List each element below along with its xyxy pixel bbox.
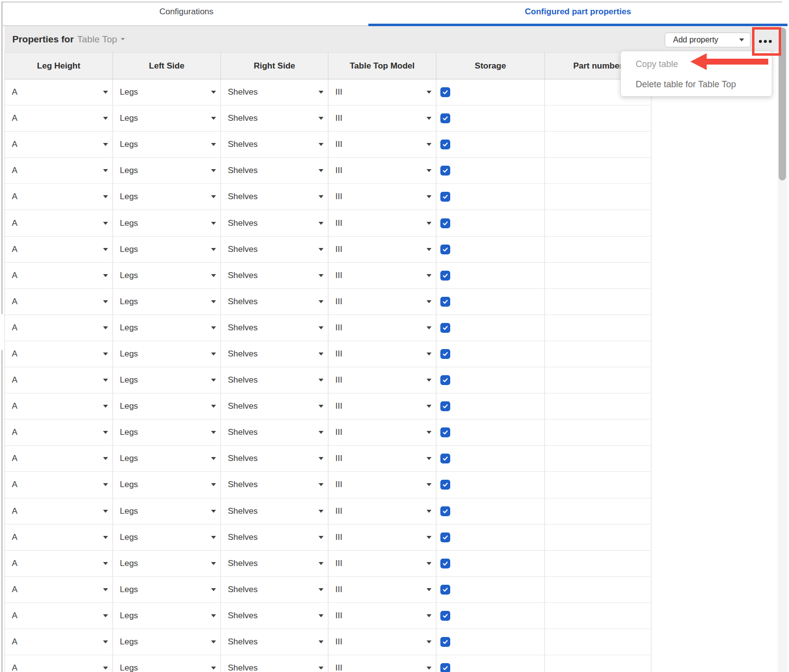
left-side-dropdown[interactable]: Legs bbox=[113, 393, 220, 419]
leg-height-dropdown[interactable]: A bbox=[5, 420, 112, 445]
table-top-model-dropdown[interactable]: III bbox=[328, 655, 436, 672]
storage-checkbox[interactable] bbox=[440, 87, 450, 97]
right-side-dropdown[interactable]: Shelves bbox=[221, 577, 328, 602]
left-side-dropdown[interactable]: Legs bbox=[113, 158, 220, 183]
storage-checkbox[interactable] bbox=[440, 375, 450, 385]
leg-height-dropdown[interactable]: A bbox=[5, 158, 112, 183]
leg-height-dropdown[interactable]: A bbox=[5, 341, 112, 367]
storage-checkbox[interactable] bbox=[440, 454, 450, 463]
right-side-dropdown[interactable]: Shelves bbox=[221, 184, 328, 210]
left-side-dropdown[interactable]: Legs bbox=[113, 603, 220, 629]
left-side-dropdown[interactable]: Legs bbox=[113, 446, 220, 471]
storage-checkbox[interactable] bbox=[440, 166, 450, 176]
storage-checkbox[interactable] bbox=[440, 663, 450, 672]
menu-item-copy-table[interactable]: Copy table bbox=[621, 54, 772, 74]
leg-height-dropdown[interactable]: A bbox=[5, 237, 112, 262]
leg-height-dropdown[interactable]: A bbox=[5, 210, 112, 236]
leg-height-dropdown[interactable]: A bbox=[5, 393, 112, 419]
storage-checkbox[interactable] bbox=[440, 271, 450, 281]
left-side-dropdown[interactable]: Legs bbox=[113, 132, 220, 157]
table-top-model-dropdown[interactable]: III bbox=[328, 341, 436, 367]
leg-height-dropdown[interactable]: A bbox=[5, 629, 112, 655]
ellipsis-button[interactable] bbox=[755, 32, 775, 51]
leg-height-dropdown[interactable]: A bbox=[5, 603, 112, 629]
storage-checkbox[interactable] bbox=[440, 245, 450, 254]
leg-height-dropdown[interactable]: A bbox=[5, 498, 112, 524]
left-side-dropdown[interactable]: Legs bbox=[113, 315, 220, 341]
right-side-dropdown[interactable]: Shelves bbox=[221, 472, 328, 497]
table-top-model-dropdown[interactable]: III bbox=[328, 393, 436, 419]
leg-height-dropdown[interactable]: A bbox=[5, 472, 112, 497]
table-top-model-dropdown[interactable]: III bbox=[328, 603, 436, 629]
storage-checkbox[interactable] bbox=[440, 401, 450, 411]
menu-item-delete-table[interactable]: Delete table for Table Top bbox=[621, 74, 772, 95]
storage-checkbox[interactable] bbox=[440, 349, 450, 359]
tab-configurations[interactable]: Configurations bbox=[4, 0, 368, 24]
left-side-dropdown[interactable]: Legs bbox=[113, 498, 220, 524]
right-side-dropdown[interactable]: Shelves bbox=[221, 655, 328, 672]
left-side-dropdown[interactable]: Legs bbox=[113, 367, 220, 393]
left-side-dropdown[interactable]: Legs bbox=[113, 525, 220, 550]
storage-checkbox[interactable] bbox=[440, 297, 450, 307]
right-side-dropdown[interactable]: Shelves bbox=[221, 289, 328, 315]
leg-height-dropdown[interactable]: A bbox=[5, 132, 112, 157]
right-side-dropdown[interactable]: Shelves bbox=[221, 629, 328, 655]
storage-checkbox[interactable] bbox=[440, 559, 450, 568]
right-side-dropdown[interactable]: Shelves bbox=[221, 237, 328, 262]
table-top-model-dropdown[interactable]: III bbox=[328, 446, 436, 471]
left-side-dropdown[interactable]: Legs bbox=[113, 420, 220, 445]
table-top-model-dropdown[interactable]: III bbox=[328, 367, 436, 393]
table-top-model-dropdown[interactable]: III bbox=[328, 106, 436, 131]
table-top-model-dropdown[interactable]: III bbox=[328, 237, 436, 262]
leg-height-dropdown[interactable]: A bbox=[5, 79, 112, 105]
table-top-model-dropdown[interactable]: III bbox=[328, 132, 436, 157]
left-side-dropdown[interactable]: Legs bbox=[113, 551, 220, 576]
table-top-model-dropdown[interactable]: III bbox=[328, 577, 436, 602]
left-side-dropdown[interactable]: Legs bbox=[113, 210, 220, 236]
left-side-dropdown[interactable]: Legs bbox=[113, 79, 220, 105]
left-side-dropdown[interactable]: Legs bbox=[113, 655, 220, 672]
storage-checkbox[interactable] bbox=[440, 480, 450, 490]
storage-checkbox[interactable] bbox=[440, 637, 450, 647]
table-top-model-dropdown[interactable]: III bbox=[328, 289, 436, 315]
storage-checkbox[interactable] bbox=[440, 113, 450, 123]
table-top-model-dropdown[interactable]: III bbox=[328, 315, 436, 341]
right-side-dropdown[interactable]: Shelves bbox=[221, 341, 328, 367]
properties-title[interactable]: Properties for Table Top bbox=[12, 26, 125, 52]
storage-checkbox[interactable] bbox=[440, 506, 450, 516]
leg-height-dropdown[interactable]: A bbox=[5, 577, 112, 602]
right-side-dropdown[interactable]: Shelves bbox=[221, 263, 328, 288]
right-side-dropdown[interactable]: Shelves bbox=[221, 367, 328, 393]
scrollbar-thumb[interactable] bbox=[779, 28, 786, 180]
table-top-model-dropdown[interactable]: III bbox=[328, 263, 436, 288]
right-side-dropdown[interactable]: Shelves bbox=[221, 210, 328, 236]
table-top-model-dropdown[interactable]: III bbox=[328, 420, 436, 445]
left-side-dropdown[interactable]: Legs bbox=[113, 184, 220, 210]
table-top-model-dropdown[interactable]: III bbox=[328, 79, 436, 105]
table-top-model-dropdown[interactable]: III bbox=[328, 210, 436, 236]
left-side-dropdown[interactable]: Legs bbox=[113, 106, 220, 131]
right-side-dropdown[interactable]: Shelves bbox=[221, 420, 328, 445]
leg-height-dropdown[interactable]: A bbox=[5, 106, 112, 131]
right-side-dropdown[interactable]: Shelves bbox=[221, 551, 328, 576]
table-top-model-dropdown[interactable]: III bbox=[328, 498, 436, 524]
right-side-dropdown[interactable]: Shelves bbox=[221, 603, 328, 629]
left-side-dropdown[interactable]: Legs bbox=[113, 577, 220, 602]
leg-height-dropdown[interactable]: A bbox=[5, 289, 112, 315]
table-top-model-dropdown[interactable]: III bbox=[328, 525, 436, 550]
storage-checkbox[interactable] bbox=[440, 323, 450, 333]
table-top-model-dropdown[interactable]: III bbox=[328, 158, 436, 183]
table-top-model-dropdown[interactable]: III bbox=[328, 551, 436, 576]
right-side-dropdown[interactable]: Shelves bbox=[221, 106, 328, 131]
leg-height-dropdown[interactable]: A bbox=[5, 263, 112, 288]
left-side-dropdown[interactable]: Legs bbox=[113, 289, 220, 315]
leg-height-dropdown[interactable]: A bbox=[5, 551, 112, 576]
storage-checkbox[interactable] bbox=[440, 427, 450, 437]
left-side-dropdown[interactable]: Legs bbox=[113, 237, 220, 262]
right-side-dropdown[interactable]: Shelves bbox=[221, 525, 328, 550]
right-side-dropdown[interactable]: Shelves bbox=[221, 446, 328, 471]
leg-height-dropdown[interactable]: A bbox=[5, 367, 112, 393]
table-top-model-dropdown[interactable]: III bbox=[328, 184, 436, 210]
storage-checkbox[interactable] bbox=[440, 140, 450, 149]
left-side-dropdown[interactable]: Legs bbox=[113, 263, 220, 288]
